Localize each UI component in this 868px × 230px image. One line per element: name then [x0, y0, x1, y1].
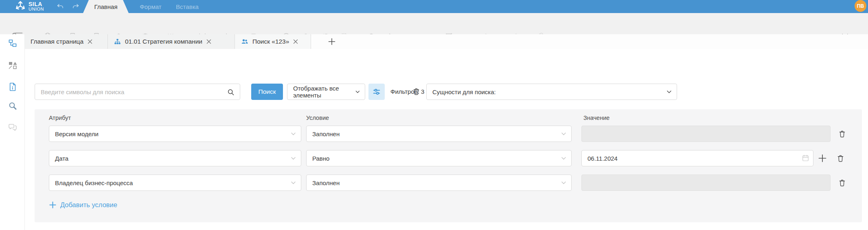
chevron-down-icon — [291, 132, 296, 136]
ribbon-tab-insert[interactable]: Вставка — [170, 0, 204, 13]
user-avatar[interactable]: ПВ — [855, 0, 866, 12]
plus-icon — [328, 38, 336, 46]
redo-icon[interactable] — [72, 2, 80, 11]
date-value-input[interactable] — [581, 150, 813, 166]
chevron-down-icon — [291, 181, 296, 185]
chevron-down-icon — [355, 90, 360, 94]
delete-condition-icon[interactable] — [838, 130, 846, 138]
search-box — [35, 84, 240, 100]
tab-search-123[interactable]: Поиск «123» — [235, 34, 311, 49]
search-icon[interactable] — [227, 88, 235, 96]
condition-header: Условие — [306, 115, 329, 121]
toolbar — [0, 13, 868, 34]
calendar-icon[interactable] — [802, 154, 809, 162]
chevron-down-icon — [561, 181, 566, 185]
app-logo: SILA UNION — [15, 0, 44, 12]
close-tab-icon[interactable] — [87, 39, 93, 44]
add-condition-button[interactable]: Добавить условие — [49, 201, 117, 209]
logo-text-sila: SILA — [28, 1, 44, 7]
value-header: Значение — [583, 115, 609, 121]
value-field-disabled — [581, 175, 831, 191]
filters-toggle-button[interactable] — [368, 84, 385, 100]
delete-condition-icon[interactable] — [838, 179, 846, 187]
chevron-down-icon — [291, 157, 296, 160]
condition-select[interactable]: Заполнен — [306, 175, 572, 191]
clear-filters-icon[interactable] — [412, 87, 421, 96]
add-value-icon[interactable] — [818, 153, 827, 163]
value-field-disabled — [581, 126, 831, 142]
plus-icon — [49, 201, 57, 209]
undo-icon[interactable] — [56, 2, 64, 11]
filter-row: Версия модели Заполнен — [49, 126, 846, 142]
tab-company-strategy[interactable]: 01.01 Стратегия компании — [108, 34, 235, 49]
people-icon — [241, 38, 249, 46]
condition-select[interactable]: Равно — [306, 150, 572, 166]
comments-icon[interactable] — [8, 122, 18, 132]
document-tab-strip: Главная страница 01.01 Стратегия компани… — [24, 34, 868, 49]
filter-row: Владелец бизнес-процесса Заполнен — [49, 175, 846, 191]
close-tab-icon[interactable] — [293, 39, 298, 44]
sliders-icon — [372, 87, 381, 96]
logo-text-union: UNION — [28, 7, 44, 11]
display-mode-dropdown[interactable]: Отображать все элементы — [287, 84, 365, 100]
top-bar: SILA UNION Главная Формат Вставка ПВ — [0, 0, 868, 13]
shapes-icon[interactable] — [8, 60, 18, 70]
document-info-icon[interactable] — [8, 82, 18, 92]
ribbon-tab-format[interactable]: Формат — [134, 0, 167, 13]
attribute-select[interactable]: Владелец бизнес-процесса — [49, 175, 301, 191]
close-tab-icon[interactable] — [206, 39, 212, 44]
chevron-down-icon — [561, 157, 566, 160]
ribbon-tab-main[interactable]: Главная — [83, 0, 129, 13]
filter-panel: Атрибут Условие Значение Версия модели З… — [35, 109, 862, 222]
tab-home-page[interactable]: Главная страница — [24, 34, 108, 49]
filter-row: Дата Равно — [49, 150, 845, 166]
chevron-down-icon — [666, 90, 672, 94]
chevron-down-icon — [561, 132, 566, 136]
attribute-header: Атрибут — [49, 115, 71, 121]
entities-dropdown[interactable]: Сущности для поиска: — [426, 84, 677, 100]
date-value-box — [581, 150, 813, 166]
condition-select[interactable]: Заполнен — [306, 126, 572, 142]
search-input[interactable] — [35, 84, 240, 100]
attribute-select[interactable]: Версия модели — [49, 126, 301, 142]
attribute-select[interactable]: Дата — [49, 150, 301, 166]
left-sidebar — [0, 34, 25, 230]
app-window: SILA UNION Главная Формат Вставка ПВ — [0, 0, 868, 230]
delete-condition-icon[interactable] — [836, 154, 845, 163]
sitemap-icon — [114, 38, 121, 46]
add-tab-button[interactable] — [327, 36, 337, 47]
model-tree-icon[interactable] — [8, 38, 18, 48]
sila-logo-icon — [15, 0, 26, 12]
sidebar-search-icon[interactable] — [8, 101, 18, 111]
search-button[interactable]: Поиск — [251, 84, 283, 100]
